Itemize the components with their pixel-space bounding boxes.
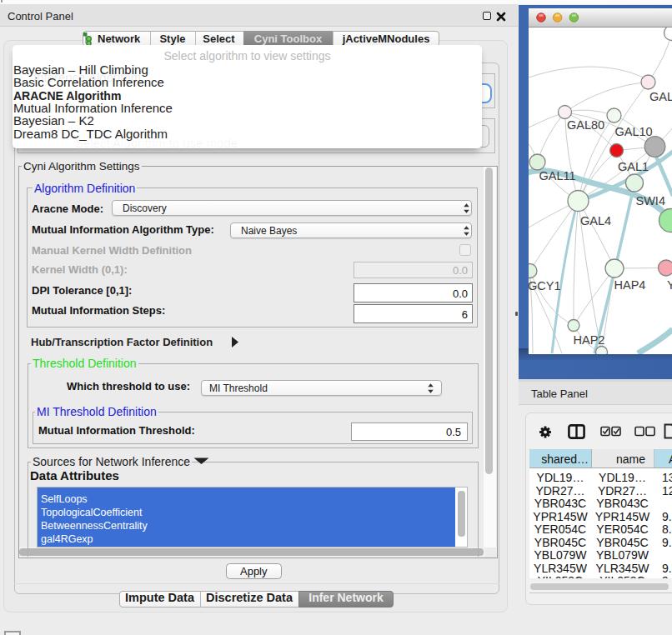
svg-text:GAL4: GAL4 bbox=[580, 213, 611, 227]
svg-text:HAP2: HAP2 bbox=[573, 332, 604, 346]
svg-text:YM: YM bbox=[667, 278, 672, 291]
svg-text:GAL11: GAL11 bbox=[539, 169, 575, 182]
svg-text:SWI4: SWI4 bbox=[635, 193, 664, 207]
svg-text:GCY1: GCY1 bbox=[529, 279, 561, 292]
svg-text:GAL80: GAL80 bbox=[567, 118, 604, 132]
svg-text:GAL1: GAL1 bbox=[618, 159, 649, 172]
svg-text:GAL10: GAL10 bbox=[614, 125, 652, 138]
svg-text:HAP4: HAP4 bbox=[614, 278, 645, 291]
svg-text:GAL7: GAL7 bbox=[649, 89, 672, 102]
